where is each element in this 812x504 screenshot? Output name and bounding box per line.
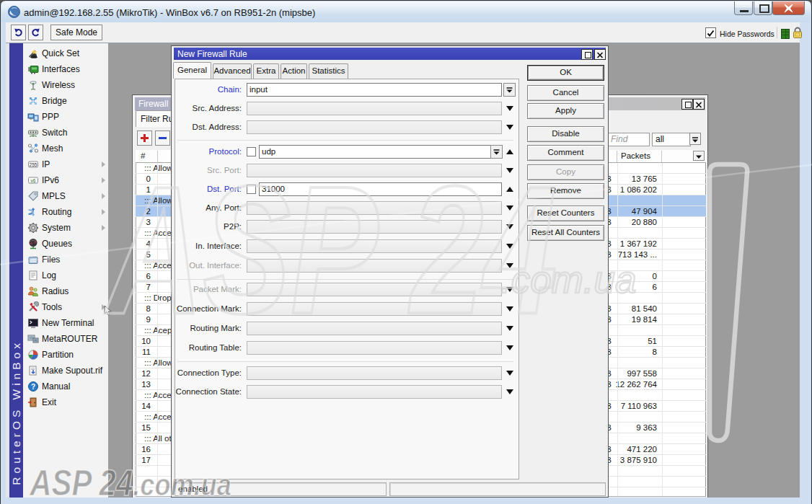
svg-text:255: 255 [30,162,37,167]
svg-text:v6: v6 [31,178,36,183]
svg-text:?: ? [31,383,35,391]
